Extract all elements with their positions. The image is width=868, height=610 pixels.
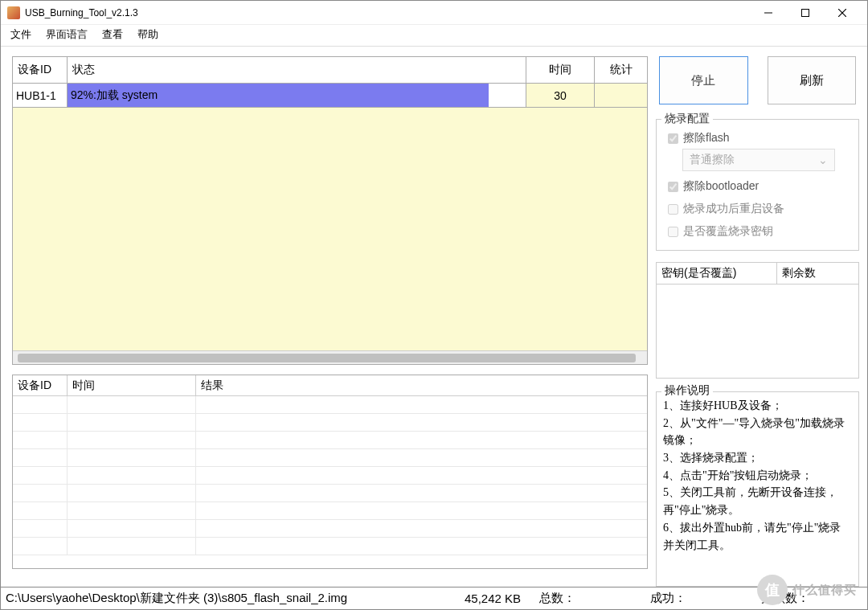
window-controls: [750, 1, 861, 25]
device-table: 设备ID 状态 时间 统计 HUB1-1 92%:加载 system 30: [12, 56, 648, 365]
refresh-button[interactable]: 刷新: [768, 56, 857, 104]
result-row: [13, 396, 647, 414]
device-row-time: 30: [526, 84, 595, 108]
col-time[interactable]: 时间: [526, 57, 595, 84]
maximize-button[interactable]: [787, 1, 824, 25]
overwrite-key-label: 是否覆盖烧录密钥: [683, 224, 773, 239]
result-row: [13, 467, 647, 485]
instruction-item: 3、选择烧录配置；: [663, 449, 852, 467]
key-table-header: 密钥(是否覆盖) 剩余数: [657, 263, 858, 285]
col-device-id[interactable]: 设备ID: [13, 57, 68, 84]
reboot-after-label: 烧录成功后重启设备: [683, 202, 784, 216]
status-filesize: 45,242 KB: [452, 592, 533, 605]
app-window: USB_Burning_Tool_v2.1.3 文件 界面语言 查看 帮助 设备…: [0, 0, 868, 610]
status-success: 成功：: [644, 591, 755, 606]
erase-bootloader-label: 擦除bootloader: [683, 179, 759, 194]
result-row: [13, 502, 647, 520]
device-row[interactable]: HUB1-1 92%:加载 system 30: [13, 84, 647, 108]
instructions-list: 1、连接好HUB及设备； 2、从"文件"—"导入烧录包"加载烧录镜像； 3、选择…: [663, 397, 852, 554]
overwrite-key-checkbox[interactable]: [668, 227, 678, 237]
menu-help[interactable]: 帮助: [137, 27, 158, 42]
burn-config-title: 烧录配置: [661, 112, 713, 126]
instructions-group: 操作说明 1、连接好HUB及设备； 2、从"文件"—"导入烧录包"加载烧录镜像；…: [656, 391, 859, 587]
result-col-result[interactable]: 结果: [196, 375, 647, 395]
action-buttons: 停止 刷新: [656, 56, 859, 104]
device-row-status-text: 92%:加载 system: [68, 88, 158, 103]
main-content: 设备ID 状态 时间 统计 HUB1-1 92%:加载 system 30: [1, 47, 867, 587]
device-table-header: 设备ID 状态 时间 统计: [13, 57, 647, 84]
reboot-after-option[interactable]: 烧录成功后重启设备: [668, 202, 852, 216]
status-total: 总数：: [533, 591, 644, 606]
overwrite-key-option[interactable]: 是否覆盖烧录密钥: [668, 224, 852, 239]
device-row-stat: [595, 84, 647, 108]
erase-mode-value: 普通擦除: [690, 153, 735, 167]
result-table: 设备ID 时间 结果: [12, 375, 648, 569]
result-row: [13, 414, 647, 432]
device-row-id: HUB1-1: [13, 84, 68, 108]
key-table: 密钥(是否覆盖) 剩余数: [656, 262, 859, 379]
right-column: 停止 刷新 烧录配置 擦除flash 普通擦除 ⌄ 擦除bootloader: [656, 56, 859, 587]
device-table-body: [13, 108, 647, 350]
close-button[interactable]: [824, 1, 861, 25]
erase-flash-checkbox[interactable]: [668, 133, 678, 144]
status-fail: 失败数：: [755, 591, 866, 606]
burn-config-group: 烧录配置 擦除flash 普通擦除 ⌄ 擦除bootloader 烧录成功后重启…: [656, 119, 859, 251]
erase-bootloader-checkbox[interactable]: [668, 182, 678, 192]
erase-flash-option[interactable]: 擦除flash: [668, 131, 852, 145]
erase-bootloader-option[interactable]: 擦除bootloader: [668, 179, 852, 194]
result-col-time[interactable]: 时间: [68, 375, 196, 395]
col-stat[interactable]: 统计: [595, 57, 647, 84]
scrollbar-thumb[interactable]: [18, 354, 636, 362]
result-row: [13, 449, 647, 467]
menu-language[interactable]: 界面语言: [46, 27, 88, 42]
result-row: [13, 432, 647, 449]
status-filepath: C:\Users\yaohe\Desktop\新建文件夹 (3)\s805_fl…: [2, 591, 452, 606]
menu-file[interactable]: 文件: [10, 27, 31, 42]
result-table-header: 设备ID 时间 结果: [13, 375, 647, 396]
instruction-item: 1、连接好HUB及设备；: [663, 397, 852, 415]
titlebar: USB_Burning_Tool_v2.1.3: [1, 1, 867, 25]
device-row-status: 92%:加载 system: [68, 84, 526, 108]
minimize-button[interactable]: [750, 1, 787, 25]
window-title: USB_Burning_Tool_v2.1.3: [25, 7, 750, 18]
instruction-item: 6、拔出外置hub前，请先"停止"烧录并关闭工具。: [663, 519, 852, 554]
result-table-body: [13, 396, 647, 568]
reboot-after-checkbox[interactable]: [668, 204, 678, 215]
chevron-down-icon: ⌄: [818, 154, 828, 166]
svg-rect-1: [802, 9, 809, 16]
key-col-key[interactable]: 密钥(是否覆盖): [657, 263, 777, 284]
menu-view[interactable]: 查看: [102, 27, 123, 42]
app-icon: [7, 6, 20, 19]
result-row: [13, 485, 647, 502]
instruction-item: 2、从"文件"—"导入烧录包"加载烧录镜像；: [663, 415, 852, 449]
left-column: 设备ID 状态 时间 统计 HUB1-1 92%:加载 system 30: [12, 56, 648, 587]
erase-mode-select[interactable]: 普通擦除 ⌄: [682, 149, 835, 171]
instructions-title: 操作说明: [661, 383, 713, 398]
result-row: [13, 520, 647, 538]
statusbar: C:\Users\yaohe\Desktop\新建文件夹 (3)\s805_fl…: [1, 587, 867, 609]
horizontal-scrollbar[interactable]: [13, 350, 647, 364]
result-row: [13, 538, 647, 555]
menubar: 文件 界面语言 查看 帮助: [1, 25, 867, 47]
stop-button[interactable]: 停止: [659, 56, 748, 104]
result-col-id[interactable]: 设备ID: [13, 375, 68, 395]
key-col-remaining[interactable]: 剩余数: [777, 263, 858, 284]
instruction-item: 5、关闭工具前，先断开设备连接，再"停止"烧录。: [663, 484, 852, 518]
instruction-item: 4、点击"开始"按钮启动烧录；: [663, 467, 852, 485]
erase-flash-label: 擦除flash: [683, 131, 730, 145]
col-status[interactable]: 状态: [68, 57, 526, 84]
